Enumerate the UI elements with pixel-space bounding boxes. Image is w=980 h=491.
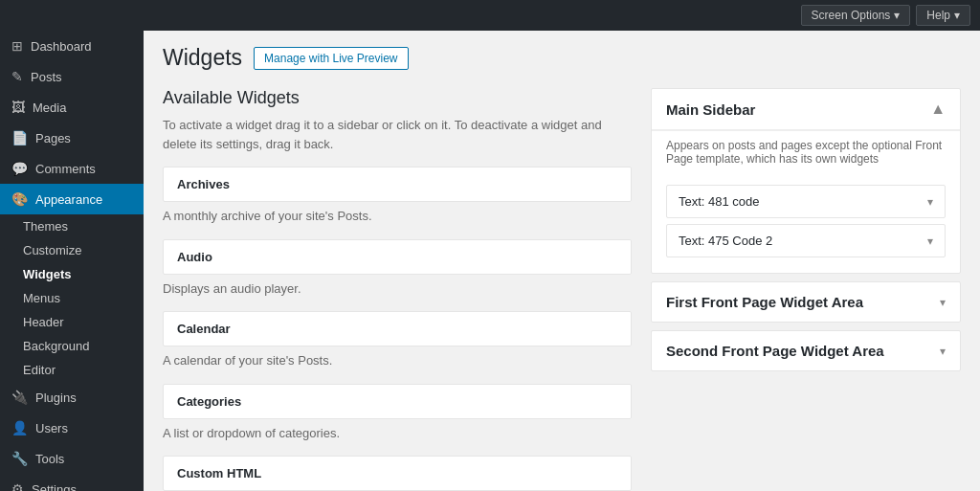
widget-calendar[interactable]: Calendar: [163, 311, 632, 346]
sidebar-label-posts: Posts: [31, 70, 62, 84]
main-sidebar-expanded: Appears on posts and pages except the op…: [652, 129, 960, 273]
sidebar-item-dashboard[interactable]: ⊞ Dashboard: [0, 31, 144, 61]
sidebar-label-dashboard: Dashboard: [31, 39, 92, 54]
posts-icon: ✎: [11, 69, 23, 84]
sidebar-item-header[interactable]: Header: [11, 310, 144, 334]
settings-icon: ⚙: [11, 481, 24, 491]
first-front-page-title: First Front Page Widget Area: [666, 294, 863, 310]
screen-options-chevron-icon: ▾: [894, 9, 900, 22]
sidebar-label-users: Users: [35, 421, 68, 435]
second-front-page-area: Second Front Page Widget Area ▾: [651, 330, 961, 371]
sidebar-item-customize[interactable]: Customize: [11, 238, 144, 262]
main-sidebar-content: Text: 481 code ▾ Text: 475 Code 2 ▾: [652, 175, 960, 273]
sidebar-label-comments: Comments: [35, 162, 96, 176]
widget-custom-html[interactable]: Custom HTML: [163, 456, 632, 491]
available-widgets-heading: Available Widgets: [163, 88, 632, 108]
first-front-page-area-header[interactable]: First Front Page Widget Area ▾: [652, 282, 960, 322]
tools-icon: 🔧: [11, 451, 28, 466]
main-sidebar-desc: Appears on posts and pages except the op…: [652, 130, 960, 175]
sidebar-label-tools: Tools: [35, 452, 64, 466]
second-front-page-title: Second Front Page Widget Area: [666, 343, 884, 359]
comments-icon: 💬: [11, 161, 28, 176]
media-icon: 🖼: [11, 100, 25, 115]
widget-audio[interactable]: Audio: [163, 239, 632, 275]
sidebar-item-editor[interactable]: Editor: [11, 358, 144, 382]
main-sidebar-area-header[interactable]: Main Sidebar ▲: [652, 89, 960, 129]
main-sidebar-title: Main Sidebar: [666, 101, 755, 118]
widget-entry-text1-chevron: ▾: [927, 195, 933, 209]
sidebar-item-plugins[interactable]: 🔌 Plugins: [0, 382, 144, 413]
appearance-submenu: Themes Customize Widgets Menus Header Ba…: [0, 214, 144, 382]
sidebar-label-media: Media: [33, 100, 66, 115]
sidebar-item-background[interactable]: Background: [11, 334, 144, 358]
help-label: Help: [926, 9, 950, 22]
sidebar-item-menus[interactable]: Menus: [11, 286, 144, 310]
sidebar-item-settings[interactable]: ⚙ Settings: [0, 474, 144, 491]
widget-archives[interactable]: Archives: [163, 167, 632, 202]
sidebar-item-themes[interactable]: Themes: [11, 214, 144, 238]
sidebar-item-widgets[interactable]: Widgets: [11, 262, 144, 286]
first-front-page-chevron-icon: ▾: [940, 296, 946, 309]
page-header: Widgets Manage with Live Preview: [163, 45, 961, 71]
widget-archives-desc: A monthly archive of your site's Posts.: [163, 207, 632, 226]
screen-options-label: Screen Options: [812, 9, 891, 22]
available-widgets-panel: Available Widgets To activate a widget d…: [163, 88, 632, 491]
widget-entry-text1-label: Text: 481 code: [679, 194, 760, 209]
sidebar-item-users[interactable]: 👤 Users: [0, 413, 144, 443]
appearance-icon: 🎨: [11, 191, 28, 207]
widget-entry-text2-chevron: ▾: [927, 234, 933, 248]
sidebar-label-plugins: Plugins: [35, 391, 77, 405]
first-front-page-area: First Front Page Widget Area ▾: [651, 281, 961, 323]
widgets-layout: Available Widgets To activate a widget d…: [163, 88, 961, 491]
widget-audio-desc: Displays an audio player.: [163, 279, 632, 299]
available-widgets-description: To activate a widget drag it to a sideba…: [163, 116, 632, 153]
sidebar-item-posts[interactable]: ✎ Posts: [0, 61, 144, 92]
widget-categories-desc: A list or dropdown of categories.: [163, 424, 632, 443]
second-front-page-area-header[interactable]: Second Front Page Widget Area ▾: [652, 331, 960, 370]
sidebar-item-tools[interactable]: 🔧 Tools: [0, 443, 144, 474]
admin-sidebar: ⊞ Dashboard ✎ Posts 🖼 Media 📄 Pages 💬 Co…: [0, 31, 144, 491]
sidebar-item-appearance[interactable]: 🎨 Appearance: [0, 184, 144, 214]
widget-entry-text2[interactable]: Text: 475 Code 2 ▾: [666, 224, 946, 257]
help-button[interactable]: Help ▾: [916, 5, 970, 26]
widget-entry-text1[interactable]: Text: 481 code ▾: [666, 185, 946, 218]
screen-options-button[interactable]: Screen Options ▾: [801, 5, 911, 26]
main-sidebar-area: Main Sidebar ▲ Appears on posts and page…: [651, 88, 961, 274]
main-content: Widgets Manage with Live Preview Availab…: [144, 31, 980, 491]
widget-entry-text2-label: Text: 475 Code 2: [679, 234, 772, 248]
page-title: Widgets: [163, 45, 242, 71]
top-bar: Screen Options ▾ Help ▾: [0, 0, 980, 31]
sidebar-label-settings: Settings: [32, 482, 77, 492]
sidebar-item-media[interactable]: 🖼 Media: [0, 92, 144, 123]
plugins-icon: 🔌: [11, 390, 28, 405]
second-front-page-chevron-icon: ▾: [940, 345, 946, 358]
sidebar-label-pages: Pages: [35, 131, 71, 145]
widget-calendar-desc: A calendar of your site's Posts.: [163, 351, 632, 370]
sidebar-item-comments[interactable]: 💬 Comments: [0, 153, 144, 184]
widget-categories[interactable]: Categories: [163, 384, 632, 419]
sidebar-label-appearance: Appearance: [35, 192, 102, 207]
live-preview-button[interactable]: Manage with Live Preview: [254, 47, 408, 70]
sidebar-item-pages[interactable]: 📄 Pages: [0, 123, 144, 153]
help-chevron-icon: ▾: [954, 9, 960, 22]
users-icon: 👤: [11, 420, 28, 435]
layout: ⊞ Dashboard ✎ Posts 🖼 Media 📄 Pages 💬 Co…: [0, 31, 980, 491]
dashboard-icon: ⊞: [11, 38, 23, 54]
main-sidebar-collapse-icon: ▲: [930, 100, 946, 118]
sidebar-areas-panel: Main Sidebar ▲ Appears on posts and page…: [651, 88, 961, 491]
pages-icon: 📄: [11, 130, 28, 145]
